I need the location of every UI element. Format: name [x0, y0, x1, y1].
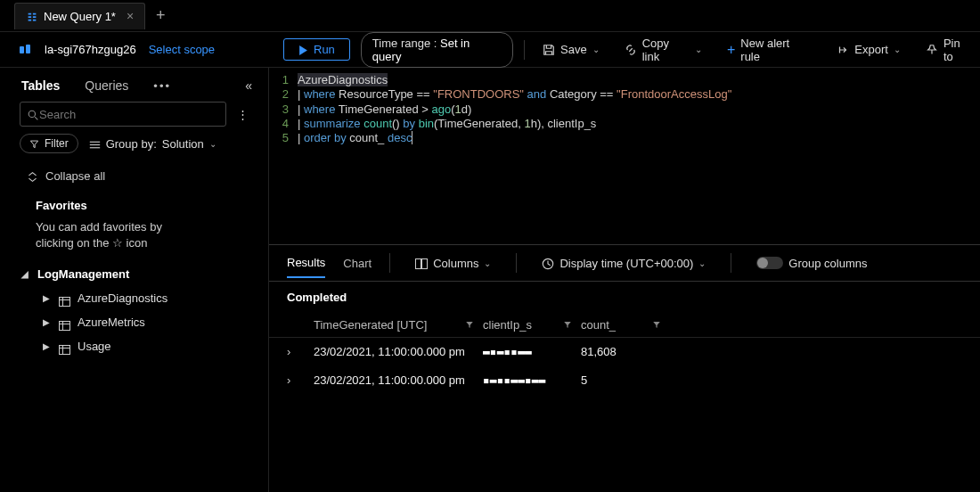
copy-link-label: Copy link — [642, 37, 690, 63]
pin-icon — [926, 43, 938, 57]
close-tab-icon[interactable]: × — [127, 9, 134, 23]
svg-rect-17 — [422, 259, 428, 269]
sidebar-tabs: Tables Queries ••• « — [0, 75, 268, 102]
svg-rect-10 — [60, 321, 70, 330]
new-alert-label: New alert rule — [740, 37, 812, 63]
search-field[interactable] — [39, 108, 218, 121]
results-toolbar: Results Chart Columns ⌄ Display time (UT… — [269, 244, 980, 282]
query-icon — [26, 9, 38, 23]
svg-line-3 — [35, 117, 37, 119]
tabs-bar: New Query 1* × + — [0, 0, 980, 32]
chevron-down-icon: ⌄ — [894, 45, 901, 54]
expand-icon[interactable]: › — [287, 345, 314, 358]
pin-button[interactable]: Pin to — [919, 33, 980, 67]
collapse-all-link[interactable]: Collapse all — [0, 162, 268, 190]
select-scope-link[interactable]: Select scope — [149, 43, 215, 56]
chevron-down-icon: ⌄ — [592, 45, 600, 54]
play-icon — [298, 43, 308, 56]
toolbar: Run Time range : Set in query Save ⌄ Cop… — [269, 32, 980, 68]
results-tab[interactable]: Results — [287, 249, 325, 278]
cell-count: 5 — [581, 373, 670, 387]
favorites-header: Favorites — [0, 190, 268, 216]
sidebar-search-row: ⋮ — [0, 102, 268, 134]
collapse-sidebar-icon[interactable]: « — [245, 78, 252, 93]
save-icon — [543, 43, 555, 57]
display-time-button[interactable]: Display time (UTC+00:00) ⌄ — [535, 252, 713, 274]
grid-header-row: TimeGenerated [UTC] clientIp_s count_ — [269, 313, 980, 338]
copy-link-button[interactable]: Copy link ⌄ — [617, 33, 709, 67]
header-row: la-sgi767hzgug26 Select scope Run Time r… — [0, 32, 980, 68]
filter-button[interactable]: Filter — [20, 134, 78, 153]
status-text: Completed — [269, 282, 980, 313]
group-by-dropdown[interactable]: Group by: Solution ⌄ — [89, 137, 216, 151]
main: Tables Queries ••• « ⋮ Filter Group by: … — [0, 68, 980, 492]
columns-button[interactable]: Columns ⌄ — [408, 253, 498, 274]
col-header-time[interactable]: TimeGenerated [UTC] — [314, 318, 483, 332]
tree-item-label: Usage — [78, 340, 111, 353]
content: 1AzureDiagnostics2| where ResourceType =… — [269, 68, 980, 492]
group-by-value: Solution — [162, 137, 204, 151]
export-button[interactable]: Export ⌄ — [829, 39, 908, 61]
tree-item-usage[interactable]: ▶ Usage — [0, 334, 268, 358]
table-icon — [59, 341, 70, 351]
svg-rect-16 — [416, 259, 421, 269]
divider — [524, 40, 525, 60]
tab-queries[interactable]: Queries — [85, 78, 128, 93]
table-row[interactable]: › 23/02/2021, 11:00:00.000 pm ▪▬▪▪▬▬▪▬▬ … — [269, 366, 980, 395]
query-tab[interactable]: New Query 1* × — [14, 3, 145, 29]
group-columns-label: Group columns — [788, 257, 867, 270]
toggle-icon — [756, 257, 783, 269]
columns-icon — [415, 257, 428, 270]
chart-tab[interactable]: Chart — [343, 250, 372, 277]
time-range-pill[interactable]: Time range : Set in query — [361, 32, 513, 68]
collapse-all-label: Collapse all — [45, 169, 105, 183]
caret-right-icon: ▶ — [43, 341, 52, 351]
col-label: clientIp_s — [483, 318, 532, 332]
svg-rect-13 — [60, 345, 70, 354]
tab-title: New Query 1* — [44, 10, 116, 23]
tab-tables[interactable]: Tables — [21, 78, 60, 93]
workspace-icon — [18, 43, 32, 57]
expand-icon[interactable]: › — [287, 373, 314, 387]
save-button[interactable]: Save ⌄ — [535, 39, 607, 61]
caret-down-icon: ◢ — [21, 269, 30, 279]
chevron-down-icon: ⌄ — [484, 258, 491, 268]
workspace-name: la-sgi767hzgug26 — [45, 43, 136, 56]
group-icon — [89, 137, 101, 151]
table-row[interactable]: › 23/02/2021, 11:00:00.000 pm ▬▪▬▪▪▬▬ 81… — [269, 338, 980, 366]
new-alert-button[interactable]: + New alert rule — [720, 33, 819, 67]
tree-item-label: AzureDiagnostics — [78, 291, 167, 305]
divider — [731, 253, 731, 273]
tree-item-azurediagnostics[interactable]: ▶ AzureDiagnostics — [0, 286, 268, 310]
divider — [516, 253, 517, 273]
search-icon — [28, 107, 39, 120]
col-label: TimeGenerated [UTC] — [314, 318, 427, 332]
cell-time: 23/02/2021, 11:00:00.000 pm — [314, 345, 483, 358]
code-editor[interactable]: 1AzureDiagnostics2| where ResourceType =… — [269, 68, 980, 244]
svg-rect-7 — [60, 297, 70, 306]
svg-rect-0 — [20, 46, 24, 53]
chevron-down-icon: ⌄ — [209, 139, 216, 149]
col-label: count_ — [581, 318, 616, 332]
svg-rect-1 — [26, 45, 30, 53]
add-tab-button[interactable]: + — [145, 6, 176, 25]
more-menu[interactable]: ••• — [153, 79, 171, 93]
col-header-clientip[interactable]: clientIp_s — [483, 318, 581, 332]
cell-clientip: ▪▬▪▪▬▬▪▬▬ — [483, 373, 581, 387]
divider — [389, 253, 390, 273]
run-button[interactable]: Run — [283, 38, 350, 61]
tree-item-azuremetrics[interactable]: ▶ AzureMetrics — [0, 310, 268, 334]
sidebar-more-icon[interactable]: ⋮ — [233, 104, 252, 125]
table-icon — [59, 293, 70, 303]
filter-icon[interactable] — [563, 318, 581, 332]
table-icon — [59, 317, 70, 327]
filter-icon[interactable] — [652, 318, 670, 332]
chevron-down-icon: ⌄ — [698, 258, 706, 268]
tree-group-logmanagement[interactable]: ◢ LogManagement — [0, 262, 268, 286]
group-columns-toggle[interactable]: Group columns — [749, 253, 874, 274]
cell-time: 23/02/2021, 11:00:00.000 pm — [314, 373, 483, 387]
columns-label: Columns — [433, 257, 478, 270]
search-input[interactable] — [20, 102, 226, 127]
col-header-count[interactable]: count_ — [581, 318, 670, 332]
filter-icon[interactable] — [465, 318, 483, 332]
